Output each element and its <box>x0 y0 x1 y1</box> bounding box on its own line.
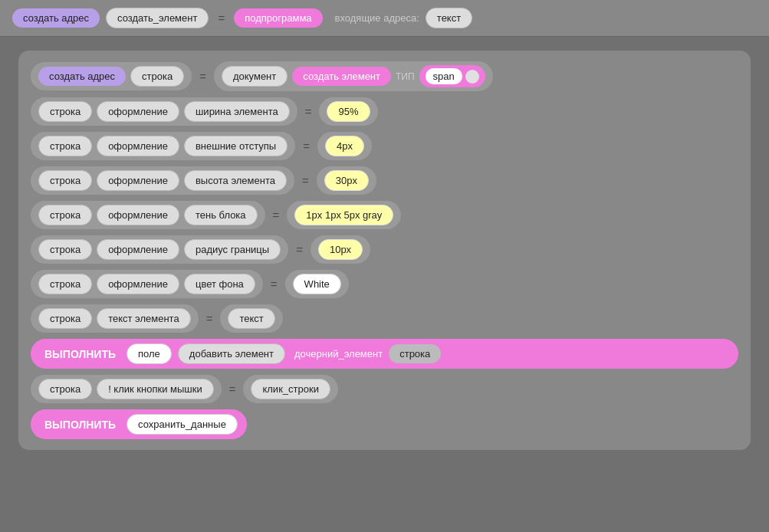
height-container: строка оформление высота элемента <box>31 166 294 195</box>
equals-m: = <box>300 140 313 153</box>
width-value[interactable]: 95% <box>327 101 370 122</box>
click-value[interactable]: клик_строки <box>251 379 330 399</box>
row-width: строка оформление ширина элемента = 95% <box>31 97 738 126</box>
toggle-circle[interactable] <box>465 70 479 84</box>
radius-prop[interactable]: радиус границы <box>184 239 281 260</box>
margin-container: строка оформление внешние отступы <box>31 132 295 160</box>
execute-label-2: ВЫПОЛНИТЬ <box>40 417 120 432</box>
stroka-8[interactable]: строка <box>38 379 92 399</box>
oformlenie-2[interactable]: оформление <box>97 136 179 156</box>
row-create-address: создать адрес строка = документ создать … <box>31 61 738 91</box>
create-address-stroka[interactable]: строка <box>130 66 184 87</box>
equals-h: = <box>299 174 312 187</box>
stroka-7[interactable]: строка <box>38 308 92 329</box>
click-prop[interactable]: ! клик кнопки мышки <box>97 379 214 399</box>
shadow-value[interactable]: 1px 1px 5px gray <box>294 205 393 225</box>
oformlenie-6[interactable]: оформление <box>97 274 179 294</box>
width-container: строка оформление ширина элемента <box>31 97 297 126</box>
bgcolor-value[interactable]: White <box>293 274 341 294</box>
execute-row-2[interactable]: ВЫПОЛНИТЬ сохранить_данные <box>31 409 247 439</box>
top-bar: создать адрес создать_элемент = подпрогр… <box>0 0 769 37</box>
content-block: создать адрес строка = документ создать … <box>18 51 751 450</box>
equals-1: = <box>196 70 209 83</box>
radius-container: строка оформление радиус границы <box>31 235 288 264</box>
document-pill[interactable]: документ <box>222 66 288 87</box>
height-prop[interactable]: высота элемента <box>184 170 287 191</box>
margin-prop[interactable]: внешние отступы <box>184 136 288 156</box>
create-address-pill[interactable]: создать адрес <box>38 67 126 86</box>
width-prop[interactable]: ширина элемента <box>184 101 290 122</box>
text-value[interactable]: текст <box>228 308 274 329</box>
execute1-pill1[interactable]: поле <box>127 343 172 364</box>
row-height: строка оформление высота элемента = 30px <box>31 166 738 195</box>
shadow-prop[interactable]: тень блока <box>184 205 258 225</box>
top-equals: = <box>215 11 228 25</box>
stroka-1[interactable]: строка <box>38 101 92 122</box>
execute-label-1: ВЫПОЛНИТЬ <box>40 346 120 362</box>
equals-w: = <box>302 105 315 118</box>
stroka-6[interactable]: строка <box>38 274 92 294</box>
height-val-container: 30px <box>317 166 376 195</box>
bgcolor-prop[interactable]: цвет фона <box>184 274 255 294</box>
stroka-3[interactable]: строка <box>38 170 92 191</box>
row-bgcolor: строка оформление цвет фона = White <box>31 270 738 298</box>
margin-value[interactable]: 4px <box>325 136 364 156</box>
create-address-container: создать адрес строка <box>31 62 192 90</box>
equals-bg: = <box>268 277 281 291</box>
execute1-pill2[interactable]: добавить элемент <box>178 343 285 364</box>
oformlenie-5[interactable]: оформление <box>97 239 179 260</box>
equals-r: = <box>293 243 306 256</box>
bgcolor-container: строка оформление цвет фона <box>31 270 263 298</box>
text-prop[interactable]: текст элемента <box>97 308 191 329</box>
click-val-container: клик_строки <box>243 375 337 403</box>
shadow-container: строка оформление тень блока <box>31 201 265 229</box>
row-margin: строка оформление внешние отступы = 4px <box>31 132 738 160</box>
create-element-container: документ создать элемент ТИП span <box>214 61 493 91</box>
equals-t: = <box>203 312 216 325</box>
top-create-address[interactable]: создать адрес <box>12 8 100 28</box>
stroka-2[interactable]: строка <box>38 136 92 156</box>
oformlenie-1[interactable]: оформление <box>97 101 179 122</box>
span-toggle[interactable]: span <box>419 65 485 87</box>
row-text: строка текст элемента = текст <box>31 304 738 333</box>
oformlenie-4[interactable]: оформление <box>97 205 179 225</box>
height-value[interactable]: 30px <box>324 170 369 191</box>
execute1-suffix-label: дочерний_элемент <box>294 348 383 360</box>
oformlenie-3[interactable]: оформление <box>97 170 179 191</box>
stroka-4[interactable]: строка <box>38 205 92 225</box>
equals-cl: = <box>226 383 239 396</box>
radius-val-container: 10px <box>311 235 370 264</box>
row-shadow: строка оформление тень блока = 1px 1px 5… <box>31 201 738 229</box>
top-create-element[interactable]: создать_элемент <box>106 8 209 28</box>
bgcolor-val-container: White <box>285 270 349 298</box>
incoming-label: входящие адреса: <box>335 12 419 24</box>
execute1-suffix-value[interactable]: строка <box>389 344 441 363</box>
radius-value[interactable]: 10px <box>318 239 363 260</box>
margin-val-container: 4px <box>317 132 372 160</box>
stroka-5[interactable]: строка <box>38 239 92 260</box>
execute2-pill1[interactable]: сохранить_данные <box>127 414 238 435</box>
top-text[interactable]: текст <box>426 8 472 28</box>
main-area: создать адрес строка = документ создать … <box>0 37 769 532</box>
execute-row-1[interactable]: ВЫПОЛНИТЬ поле добавить элемент дочерний… <box>31 339 738 369</box>
top-subprogram[interactable]: подпрограмма <box>234 8 322 28</box>
shadow-val-container: 1px 1px 5px gray <box>287 201 401 229</box>
row-radius: строка оформление радиус границы = 10px <box>31 235 738 264</box>
text-val-container: текст <box>220 304 282 333</box>
create-element-pill[interactable]: создать элемент <box>292 67 391 86</box>
text-container: строка текст элемента <box>31 304 199 333</box>
span-label: span <box>426 68 462 84</box>
width-val-container: 95% <box>319 97 377 126</box>
type-label: ТИП <box>396 71 415 82</box>
click-container: строка ! клик кнопки мышки <box>31 375 222 403</box>
equals-sh: = <box>270 209 283 222</box>
row-click: строка ! клик кнопки мышки = клик_строки <box>31 375 738 403</box>
